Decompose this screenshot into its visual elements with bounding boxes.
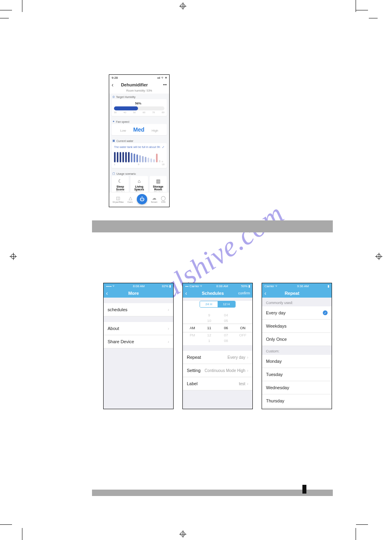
fan-low[interactable]: Low <box>120 129 126 132</box>
back-icon[interactable]: ‹ <box>112 82 118 88</box>
tshirt-icon: ◫ <box>113 196 124 201</box>
page-title: More <box>112 291 155 296</box>
mode-ion[interactable]: ◯ION <box>161 196 166 203</box>
phone-schedules: ••• Carrier ᯤ 8:08 AM 50% ▮ ‹ Schedules … <box>182 283 253 409</box>
phone-more: ••••• ᯤ 8:08 AM 82% ▮ ‹ More schedules ›… <box>103 283 174 409</box>
section-commonly-used: Commonly used: <box>262 298 332 306</box>
section-current-water: ▣Current water <box>109 138 169 143</box>
section-usage-scenario: ▢Usage scenario <box>109 170 169 176</box>
mode-cont[interactable]: △Cont. <box>127 196 133 203</box>
status-battery: 50% ▮ <box>241 284 250 288</box>
water-card: The water tank will be full in about 9h … <box>112 143 167 168</box>
fan-icon: ✦ <box>112 120 115 123</box>
home-icon: ⌂ <box>131 178 147 184</box>
water-bar-chart <box>114 151 164 162</box>
nav-bar: ‹ Dehumidifier ••• <box>109 80 169 89</box>
status-bar: Carrier ᯤ 9:36 AM ▮ <box>262 283 332 289</box>
status-battery: ▮ <box>328 284 329 288</box>
fan-med[interactable]: Med <box>133 126 144 133</box>
status-carrier: ••• Carrier ᯤ <box>185 284 203 288</box>
check-icon: ✓ <box>323 310 328 315</box>
scene-icon: ▢ <box>112 172 115 175</box>
section-fan-speed: ✦Fan speed <box>109 118 169 124</box>
humidity-slider[interactable]: 56% <box>114 106 164 110</box>
back-icon[interactable]: ‹ <box>106 290 112 296</box>
row-wednesday[interactable]: Wednesday <box>262 381 332 394</box>
expand-icon[interactable]: ⤢ <box>162 146 164 149</box>
registration-mark-top <box>179 2 186 10</box>
status-time: 8:08 AM <box>133 284 144 288</box>
registration-mark-left <box>10 253 17 260</box>
status-bar: ••••• ᯤ 8:08 AM 82% ▮ <box>104 283 173 289</box>
row-thursday[interactable]: Thursday <box>262 394 332 408</box>
status-time: 8:08 AM <box>216 284 228 288</box>
cloud-icon: ☁ <box>151 196 157 201</box>
nav-bar: ‹ More <box>104 289 173 298</box>
section-target-humidity: ◎Target Humidity <box>109 94 169 99</box>
phone-repeat: Carrier ᯤ 9:36 AM ▮ ‹ Repeat Commonly us… <box>262 283 332 409</box>
chevron-icon: › <box>168 307 169 312</box>
chevron-icon: › <box>247 381 248 386</box>
chevron-icon: › <box>247 355 248 360</box>
row-about[interactable]: About › <box>104 322 173 335</box>
fan-speed-card: Low Med High <box>112 124 167 135</box>
more-icon[interactable]: ••• <box>151 83 167 87</box>
section-custom: Custom: <box>262 346 332 355</box>
chevron-icon: › <box>247 368 248 373</box>
phone-dehumidifier: 9:28 ••l ᯤ ▮ ‹ Dehumidifier ••• Room hum… <box>109 74 170 207</box>
droplet-icon: △ <box>127 196 133 201</box>
target-icon: ◎ <box>112 95 115 98</box>
row-repeat[interactable]: Repeat Every day › <box>183 351 252 364</box>
row-monday[interactable]: Monday <box>262 355 332 368</box>
chevron-icon: › <box>168 339 169 344</box>
bottom-bar: ◫Dryer/Max △Cont. ⏻ ☁Smart ◯ION <box>109 192 169 207</box>
seg-24h[interactable]: 24 H <box>200 301 218 307</box>
status-icons: ••l ᯤ ▮ <box>157 76 167 80</box>
page-title: Dehumidifier <box>118 82 151 87</box>
row-schedules[interactable]: schedules › <box>104 303 173 316</box>
status-battery: 82% ▮ <box>162 284 171 288</box>
water-forecast: The water tank will be full in about 9h … <box>114 146 164 149</box>
status-carrier: ••••• ᯤ <box>106 284 116 288</box>
nav-bar: ‹ Schedules confirm <box>183 289 252 298</box>
status-bar: 9:28 ••l ᯤ ▮ <box>109 75 169 80</box>
chevron-icon: › <box>168 326 169 331</box>
row-setting[interactable]: Setting Continuous Mode High › <box>183 364 252 377</box>
page-tab <box>302 485 306 494</box>
row-only-once[interactable]: Only Once <box>262 333 332 346</box>
humidity-value: 56% <box>135 102 141 105</box>
time-format-segmented[interactable]: 24 H 12 H <box>200 301 236 308</box>
fan-high[interactable]: High <box>152 129 158 132</box>
mode-smart[interactable]: ☁Smart <box>151 196 157 203</box>
box-icon: ▥ <box>150 178 166 184</box>
row-tuesday[interactable]: Tuesday <box>262 368 332 381</box>
row-friday[interactable]: Friday <box>262 408 332 409</box>
decorative-band-mid <box>92 220 333 232</box>
mode-dryer[interactable]: ◫Dryer/Max <box>113 196 124 203</box>
back-icon[interactable]: ‹ <box>264 290 271 296</box>
power-button[interactable]: ⏻ <box>137 194 147 204</box>
row-label[interactable]: Label test › <box>183 377 252 390</box>
slider-ticks: 304050607080 <box>114 111 164 114</box>
water-icon: ▣ <box>112 139 115 142</box>
row-weekdays[interactable]: Weekdays <box>262 320 332 333</box>
page-title: Repeat <box>271 291 313 296</box>
status-time: 9:36 AM <box>297 284 309 288</box>
registration-mark-bottom <box>179 530 186 538</box>
row-every-day[interactable]: Every day ✓ <box>262 306 332 320</box>
ion-icon: ◯ <box>161 196 166 201</box>
confirm-button[interactable]: confirm <box>234 291 250 295</box>
status-carrier: Carrier ᯤ <box>264 284 278 288</box>
page-title: Schedules <box>192 291 234 296</box>
seg-12h[interactable]: 12 H <box>218 301 235 307</box>
status-bar: ••• Carrier ᯤ 8:08 AM 50% ▮ <box>183 283 252 289</box>
time-picker[interactable]: 904 1005 AM1106ON PM1207OFF 108 <box>183 311 252 345</box>
water-axis: 1918 <box>114 163 164 166</box>
humidity-slider-card[interactable]: 56% 304050607080 <box>112 99 167 116</box>
nav-bar: ‹ Repeat <box>262 289 332 298</box>
back-icon[interactable]: ‹ <box>185 290 192 296</box>
power-icon: ⏻ <box>140 196 144 202</box>
status-time: 9:28 <box>112 76 118 80</box>
row-share-device[interactable]: Share Device › <box>104 335 173 348</box>
picker-selected-row: AM1106ON <box>183 324 252 332</box>
